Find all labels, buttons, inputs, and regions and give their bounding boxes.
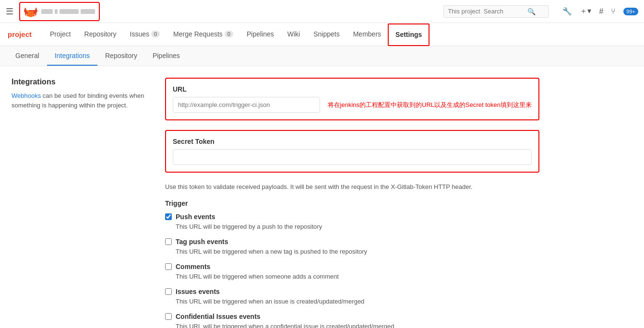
issues-events-checkbox[interactable] (165, 288, 172, 295)
nav-item-issues[interactable]: Issues 0 (123, 23, 167, 46)
tag-push-events-label[interactable]: Tag push events (176, 238, 228, 246)
confidential-issues-events-checkbox[interactable] (165, 313, 172, 320)
nav-item-wiki[interactable]: Wiki (281, 23, 307, 46)
push-events-label[interactable]: Push events (176, 213, 215, 221)
merge-requests-badge: 0 (225, 31, 233, 37)
project-title: project (8, 30, 32, 38)
issues-events-desc: This URL will be triggered when an issue… (176, 297, 539, 306)
trigger-comments-header: Comments (165, 263, 539, 270)
search-box[interactable]: 🔍 (443, 5, 549, 18)
subnav-pipelines[interactable]: Pipelines (145, 46, 188, 66)
wrench-icon[interactable]: 🔧 (562, 7, 572, 16)
url-input[interactable] (173, 97, 320, 113)
trigger-confidential-issues-events: Confidential Issues events This URL will… (165, 313, 539, 328)
breadcrumb-block-1 (41, 9, 53, 14)
issues-events-label[interactable]: Issues events (176, 288, 220, 295)
url-label: URL (173, 85, 532, 93)
breadcrumb-block-2 (55, 9, 58, 14)
nav-item-merge-requests[interactable]: Merge Requests 0 (167, 23, 240, 46)
gitlab-logo-icon (24, 5, 37, 18)
subnav-repository[interactable]: Repository (97, 46, 145, 66)
trigger-comments: Comments This URL will be triggered when… (165, 263, 539, 281)
nav-item-repository[interactable]: Repository (78, 23, 123, 46)
search-wrapper: 🔍 (443, 5, 549, 18)
push-events-desc: This URL will be triggered by a push to … (176, 223, 539, 231)
webhooks-link[interactable]: Webhooks (12, 92, 41, 99)
url-row: 将在jenkins的工程配置中获取到的URL以及生成的Secret token填… (173, 97, 532, 113)
secret-token-form-group: Secret Token (165, 130, 539, 173)
breadcrumb-block-3 (60, 9, 79, 14)
nav-item-snippets[interactable]: Snippets (307, 23, 346, 46)
tag-push-events-desc: This URL will be triggered when a new ta… (176, 247, 539, 256)
push-events-checkbox[interactable] (165, 213, 172, 220)
trigger-tag-push-events: Tag push events This URL will be trigger… (165, 238, 539, 256)
project-nav-items: Project Repository Issues 0 Merge Reques… (43, 23, 429, 46)
notification-badge[interactable]: 99+ (623, 8, 638, 15)
nav-item-project[interactable]: Project (43, 23, 78, 46)
plus-icon[interactable]: ＋▾ (580, 6, 591, 16)
settings-subnav: General Integrations Repository Pipeline… (0, 46, 644, 66)
project-logo-area (19, 2, 100, 21)
confidential-issues-events-label[interactable]: Confidential Issues events (176, 313, 261, 320)
issues-badge: 0 (151, 31, 160, 37)
trigger-confidential-issues-events-header: Confidential Issues events (165, 313, 539, 320)
secret-help-text: Use this token to validate received payl… (165, 182, 539, 192)
trigger-section: Trigger Push events This URL will be tri… (165, 199, 539, 328)
comments-label[interactable]: Comments (176, 263, 210, 270)
sidebar-description: Integrations Webhooks can be used for bi… (12, 78, 146, 328)
integrations-form: URL 将在jenkins的工程配置中获取到的URL以及生成的Secret to… (165, 78, 539, 328)
hamburger-menu[interactable]: ☰ (6, 6, 13, 17)
trigger-push-events: Push events This URL will be triggered b… (165, 213, 539, 231)
comments-checkbox[interactable] (165, 263, 172, 270)
nav-item-members[interactable]: Members (346, 23, 388, 46)
subnav-integrations[interactable]: Integrations (47, 46, 97, 66)
url-form-group: URL 将在jenkins的工程配置中获取到的URL以及生成的Secret to… (165, 78, 539, 120)
trigger-issues-events: Issues events This URL will be triggered… (165, 288, 539, 306)
trigger-heading: Trigger (165, 199, 539, 207)
breadcrumb-block-4 (81, 9, 95, 14)
nav-item-pipelines[interactable]: Pipelines (240, 23, 281, 46)
confidential-issues-events-desc: This URL will be triggered when a confid… (176, 322, 539, 328)
nav-item-settings[interactable]: Settings (388, 23, 429, 46)
merge-request-icon[interactable]: ⑂ (611, 7, 616, 16)
integrations-heading: Integrations (12, 78, 146, 86)
secret-token-label: Secret Token (173, 138, 532, 145)
nav-icons-group: 🔧 ＋▾ # ⑂ 99+ (562, 6, 638, 16)
hash-icon[interactable]: # (599, 7, 603, 16)
trigger-tag-push-events-header: Tag push events (165, 238, 539, 246)
trigger-push-events-header: Push events (165, 213, 539, 221)
search-input[interactable] (448, 8, 525, 15)
comments-desc: This URL will be triggered when someone … (176, 272, 539, 281)
search-icon: 🔍 (527, 8, 536, 15)
trigger-issues-events-header: Issues events (165, 288, 539, 295)
url-annotation: 将在jenkins的工程配置中获取到的URL以及生成的Secret token填… (328, 101, 532, 109)
top-navbar: ☰ 🔍 🔧 ＋▾ # ⑂ 99+ (0, 0, 644, 23)
integrations-description: Webhooks can be used for binding events … (12, 91, 146, 110)
project-navbar: project Project Repository Issues 0 Merg… (0, 23, 644, 46)
main-content: Integrations Webhooks can be used for bi… (0, 66, 644, 328)
breadcrumb-blocks (41, 9, 95, 14)
tag-push-events-checkbox[interactable] (165, 238, 172, 245)
subnav-general[interactable]: General (8, 46, 47, 66)
secret-token-input[interactable] (173, 149, 532, 165)
